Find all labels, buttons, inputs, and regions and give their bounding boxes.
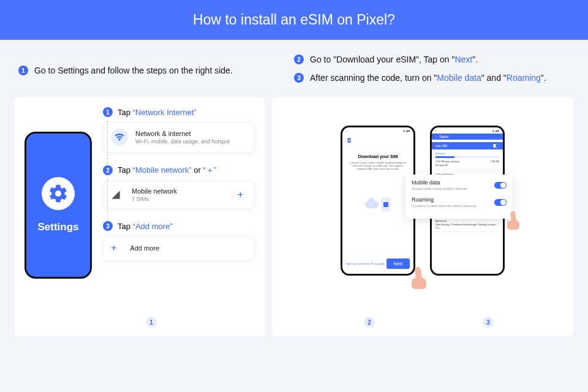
instruction-left: 1 Go to Settings and follow the steps on… — [18, 55, 270, 91]
step-2-bullet: 2 — [103, 165, 113, 175]
connector-line-2 — [107, 178, 108, 221]
roaming-sub: Connect to data services when roaming — [412, 204, 476, 208]
network-card-title: Network & internet — [135, 130, 230, 137]
mobile-data-title: Mobile data — [412, 179, 467, 186]
phone-2-body: Download your SIM Connect to your mobile… — [342, 134, 413, 242]
use-sim-toggle[interactable] — [493, 144, 499, 148]
step-3-head: 3 Tap “Add more” — [103, 221, 255, 231]
instruction-3-mid: " and " — [481, 73, 507, 83]
step-2-text: Tap “Mobile network” or “＋” — [118, 165, 216, 176]
page-title: How to install an eSIM on Pixel? — [193, 12, 395, 28]
roaming-row[interactable]: Roaming Connect to data services when ro… — [412, 197, 507, 208]
carrier-header: ← Digicel — [432, 134, 503, 140]
carrier-name: Digicel — [439, 135, 448, 138]
mobile-card-sub: 7 SIMs — [132, 196, 177, 202]
instruction-2: 2 Go to "Download your eSIM", Tap on "Ne… — [294, 55, 573, 64]
step-3-bullet: 3 — [103, 221, 113, 231]
panel-2-number: 2 — [364, 317, 375, 328]
sim-lock-icon — [346, 137, 352, 143]
bullet-2: 2 — [294, 55, 304, 64]
mobile-data-toggle[interactable] — [494, 182, 507, 189]
sim-card-icon — [381, 198, 391, 211]
panel-1-number: 1 — [146, 317, 157, 328]
svg-rect-1 — [349, 140, 350, 141]
add-more-card[interactable]: + Add more — [103, 236, 255, 260]
sim-illustration — [346, 189, 410, 220]
hand-pointer-2-icon — [505, 211, 521, 230]
roaming-title: Roaming — [412, 197, 476, 203]
mobile-data-row[interactable]: Mobile data Access data using mobile net… — [412, 179, 507, 190]
add-more-title: Add more — [130, 244, 159, 252]
connector-line-1 — [107, 121, 108, 168]
gear-icon — [48, 183, 69, 204]
mobile-card-text: Mobile network 7 SIMs — [132, 187, 177, 202]
phone-2-status-bar: ○▲◢■ — [342, 127, 413, 134]
phone-2-wrap: ○▲◢■ Download your SIM Connect to your m… — [341, 107, 415, 276]
mobile-data-text: Mobile data Access data using mobile net… — [412, 179, 467, 190]
network-internet-card[interactable]: Network & internet Wi-Fi, mobile, data u… — [103, 122, 255, 153]
phone-2-mock: ○▲◢■ Download your SIM Connect to your m… — [341, 126, 415, 276]
instruction-3-hl2: Roaming — [507, 73, 541, 83]
roaming-text: Roaming Connect to data services when ro… — [412, 197, 476, 208]
data-days: 30 days left — [435, 164, 499, 167]
advanced-sub: Data Saving, 7 Preferred network type, S… — [435, 223, 499, 229]
download-title: Download your SIM — [346, 154, 410, 159]
settings-phone-mock: Settings — [24, 132, 92, 279]
roaming-toggle[interactable] — [494, 199, 507, 206]
step-3-highlight: “Add more” — [133, 222, 173, 231]
network-card-sub: Wi-Fi, mobile, data usage, and hotspot — [135, 138, 230, 145]
instruction-right: 2 Go to "Download your eSIM", Tap on "Ne… — [294, 55, 573, 91]
settings-label: Settings — [37, 221, 78, 233]
instruction-3: 3 After scanning the code, turn on "Mobi… — [294, 73, 573, 83]
panel-23: ○▲◢■ Download your SIM Connect to your m… — [272, 97, 573, 336]
gear-icon-circle — [42, 177, 75, 210]
step-2-head: 2 Tap “Mobile network” or “＋” — [103, 165, 255, 176]
mobile-card-title: Mobile network — [132, 187, 177, 195]
data-used: 0 B used — [435, 152, 499, 155]
next-button[interactable]: Next — [386, 258, 410, 269]
hand-pointer-icon — [409, 267, 428, 289]
step-2: 2 Tap “Mobile network” or “＋” Mobile net… — [103, 165, 255, 209]
step-1-head: 1 Tap “Network Internet” — [103, 107, 255, 117]
network-card-text: Network & internet Wi-Fi, mobile, data u… — [135, 130, 230, 145]
mobile-data-sub: Access data using mobile network — [412, 187, 467, 190]
data-warning: 2.00 GB data warning — [435, 160, 459, 163]
use-sim-label: Use SIM — [435, 144, 447, 148]
steps-column: 1 Tap “Network Internet” Network & inter… — [103, 107, 255, 326]
instruction-3-hl1: Mobile data — [437, 73, 481, 83]
cloud-icon — [365, 201, 379, 208]
instructions-row: 1 Go to Settings and follow the steps on… — [0, 40, 588, 91]
signal-icon — [111, 190, 121, 200]
instruction-1: 1 Go to Settings and follow the steps on… — [18, 66, 270, 75]
data-bar — [435, 156, 499, 158]
instruction-2-post: ". — [472, 55, 478, 64]
plus-icon[interactable]: + — [233, 188, 247, 202]
step-2-hl2: “＋” — [203, 165, 216, 175]
mobile-network-card[interactable]: Mobile network 7 SIMs + — [103, 181, 255, 209]
instruction-2-pre: Go to "Download your eSIM", Tap on " — [310, 55, 454, 64]
footer-link: Open source licenses, Privacy polic — [346, 262, 385, 265]
instruction-1-text: Go to Settings and follow the steps on t… — [34, 66, 233, 75]
instruction-3-post: ". — [541, 73, 546, 83]
instruction-2-highlight: Next — [454, 55, 472, 64]
wifi-icon — [111, 129, 128, 146]
step-1-pre: Tap — [118, 108, 133, 117]
step-1-highlight: “Network Internet” — [133, 108, 197, 117]
header: How to install an eSIM on Pixel? — [0, 0, 588, 40]
panel-3-number: 3 — [483, 317, 494, 328]
step-2-hl1: “Mobile network” — [133, 165, 192, 175]
advanced-title: Advanced — [435, 219, 499, 222]
use-sim-row[interactable]: Use SIM — [432, 142, 503, 149]
instruction-3-text: After scanning the code, turn on "Mobile… — [310, 73, 546, 83]
plus-inline-icon: + — [111, 243, 116, 254]
step-3-text: Tap “Add more” — [118, 222, 173, 231]
step-1-bullet: 1 — [103, 107, 113, 117]
phone-3-status-bar: ○▲◢■ — [432, 127, 503, 134]
panels: Settings 1 Tap “Network Internet” Net — [0, 91, 588, 336]
step-1-text: Tap “Network Internet” — [118, 108, 197, 117]
step-3: 3 Tap “Add more” + Add more — [103, 221, 255, 260]
bullet-1: 1 — [18, 66, 28, 75]
instruction-3-pre: After scanning the code, turn on " — [310, 73, 437, 83]
phone-3-wrap: ○▲◢■ ← Digicel Use SIM 0 B used 2.00 GB … — [430, 107, 505, 276]
phone-2-footer: Open source licenses, Privacy polic Next — [346, 258, 410, 269]
